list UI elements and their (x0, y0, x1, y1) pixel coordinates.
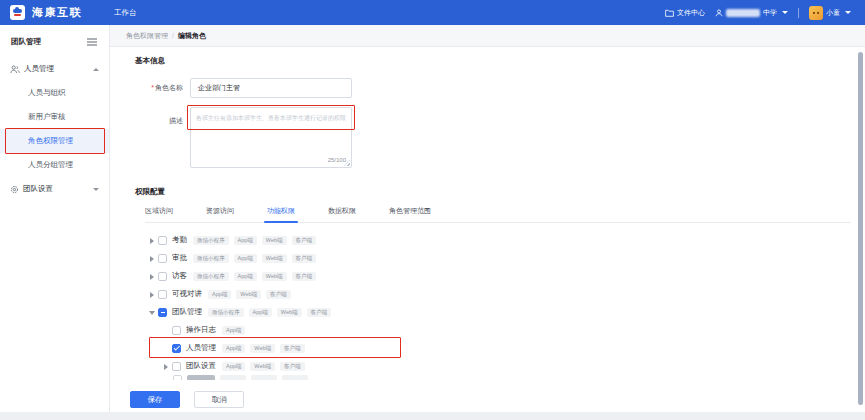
brand: 海康互联 (10, 5, 82, 20)
breadcrumb-parent[interactable]: 角色权限管理 (126, 31, 168, 41)
permission-tree-row: 操作日志App端 (162, 321, 865, 339)
content-panel: 角色权限管理 / 编辑角色 基本信息 *角色名称 企业部门主管 描述 各班主任有… (110, 25, 865, 412)
permission-tree-row: 访客微信小程序App端Web端客户端 (148, 267, 865, 285)
gear-icon (10, 185, 19, 194)
clipped-tag (251, 375, 277, 380)
checkbox-unchecked[interactable] (172, 326, 181, 335)
sidebar-item-label: 角色权限管理 (28, 136, 73, 145)
sidebar-header: 团队管理 (0, 33, 109, 57)
role-name-row: *角色名称 企业部门主管 (135, 78, 865, 98)
platform-tag: App端 (234, 236, 257, 245)
form-body: 基本信息 *角色名称 企业部门主管 描述 各班主任有添加本班学生、查看本班学生通… (110, 47, 865, 380)
tab-role-management-scope[interactable]: 角色管理范围 (389, 206, 431, 222)
sidebar-group-label: 团队设置 (23, 184, 89, 194)
platform-tag: Web端 (236, 290, 261, 299)
sidebar-title: 团队管理 (11, 37, 41, 47)
scrollbar-thumb[interactable] (858, 52, 863, 405)
tab-resource-access[interactable]: 资源访问 (206, 206, 234, 222)
folder-icon (665, 9, 674, 17)
platform-tag: 客户端 (292, 272, 317, 281)
caret-down-icon[interactable] (148, 307, 158, 317)
checkbox-unchecked[interactable] (158, 290, 167, 299)
tab-function-permissions[interactable]: 功能权限 (267, 206, 295, 222)
caret-right-icon[interactable] (162, 361, 172, 371)
caret-right-icon[interactable] (148, 235, 158, 245)
permission-tree-row: 团队设置App端Web端客户端 (162, 357, 865, 375)
role-name-input[interactable]: 企业部门主管 (190, 78, 352, 98)
sidebar-group-personnel[interactable]: 人员管理 (0, 57, 109, 81)
section-basic-info: 基本信息 (135, 56, 865, 66)
tree-row-partial (173, 375, 865, 380)
tab-data-permissions[interactable]: 数据权限 (328, 206, 356, 222)
vertical-scrollbar[interactable] (858, 48, 863, 407)
sidebar-item-personnel-group[interactable]: 人员分组管理 (0, 153, 109, 177)
app-logo-icon (10, 5, 25, 20)
save-button[interactable]: 保存 (130, 391, 180, 408)
sidebar-item-new-user-review[interactable]: 新用户审核 (0, 105, 109, 129)
platform-tag: 客户端 (266, 290, 291, 299)
user-name: 小童 (826, 8, 840, 18)
platform-tag: App端 (249, 308, 272, 317)
user-menu[interactable]: 小童 (809, 6, 851, 20)
checkbox (173, 375, 182, 380)
platform-tag: 微信小程序 (193, 254, 229, 263)
caret-right-icon[interactable] (148, 271, 158, 281)
platform-tag: Web端 (262, 236, 287, 245)
description-textarea-wrap: 各班主任有添加本班学生、查看本班学生通行记录的权限 25/100 (190, 107, 352, 168)
caret-spacer (162, 343, 172, 353)
main-area: 团队管理 人员管理 人员与组织 新用户审核 角色权限管理 人员分组管理 团队设置 (0, 25, 865, 412)
form-footer: 保存 取消 (130, 391, 244, 408)
user-avatar (809, 6, 823, 20)
checkbox-checked[interactable] (172, 344, 181, 353)
app-title: 海康互联 (32, 5, 82, 20)
checkbox-unchecked[interactable] (158, 272, 167, 281)
permission-tree-row: 审批微信小程序App端Web端客户端 (148, 249, 865, 267)
tree-item-label: 人员管理 (186, 343, 216, 353)
breadcrumb-current: 编辑角色 (178, 31, 206, 41)
header-right-cluster: 文件中心 中学 小童 (665, 6, 851, 20)
people-icon (10, 65, 20, 74)
cancel-button[interactable]: 取消 (194, 391, 244, 408)
tree-item-label: 审批 (172, 253, 187, 263)
platform-tag: 微信小程序 (193, 236, 229, 245)
breadcrumb: 角色权限管理 / 编辑角色 (110, 25, 865, 47)
permission-tree-row: 考勤微信小程序App端Web端客户端 (148, 231, 865, 249)
checkbox-unchecked[interactable] (158, 254, 167, 263)
caret-right-icon[interactable] (148, 289, 158, 299)
file-center-link[interactable]: 文件中心 (665, 8, 705, 18)
collapse-sidebar-icon[interactable] (87, 38, 97, 46)
tab-region-access[interactable]: 区域访问 (145, 206, 173, 222)
org-switcher[interactable]: 中学 (715, 8, 788, 18)
logo-accent-bar (14, 14, 21, 16)
checkbox-indeterminate[interactable] (158, 308, 167, 317)
platform-tag: Web端 (250, 344, 275, 353)
checkbox-unchecked[interactable] (172, 362, 181, 371)
checkbox-unchecked[interactable] (158, 236, 167, 245)
platform-tag: App端 (222, 326, 245, 335)
clipped-label (187, 375, 215, 380)
sidebar-item-personnel-org[interactable]: 人员与组织 (0, 81, 109, 105)
platform-tag: 客户端 (280, 362, 305, 371)
permission-tabs: 区域访问 资源访问 功能权限 数据权限 角色管理范围 (145, 201, 851, 223)
platform-tag: App端 (222, 344, 245, 353)
platform-tag: Web端 (277, 308, 302, 317)
permission-tree: 考勤微信小程序App端Web端客户端审批微信小程序App端Web端客户端访客微信… (148, 231, 865, 375)
tree-item-label: 团队管理 (172, 307, 202, 317)
chevron-down-icon (845, 11, 851, 14)
clipped-tag (282, 375, 308, 380)
sidebar-item-role-permission[interactable]: 角色权限管理 (0, 129, 109, 153)
platform-tag: 客户端 (307, 308, 332, 317)
permission-tree-row: 团队管理微信小程序App端Web端客户端 (148, 303, 865, 321)
permission-tree-row: 可视对讲App端Web端客户端 (148, 285, 865, 303)
breadcrumb-separator: / (172, 32, 174, 39)
platform-tag: Web端 (250, 362, 275, 371)
section-permission-config: 权限配置 (135, 187, 865, 197)
role-name-label: *角色名称 (135, 83, 183, 93)
tree-item-label: 考勤 (172, 235, 187, 245)
nav-workbench[interactable]: 工作台 (114, 8, 137, 17)
file-center-label: 文件中心 (677, 8, 705, 18)
platform-tag: Web端 (262, 272, 287, 281)
platform-tag: App端 (222, 362, 245, 371)
sidebar-group-settings[interactable]: 团队设置 (0, 177, 109, 201)
caret-right-icon[interactable] (148, 253, 158, 263)
